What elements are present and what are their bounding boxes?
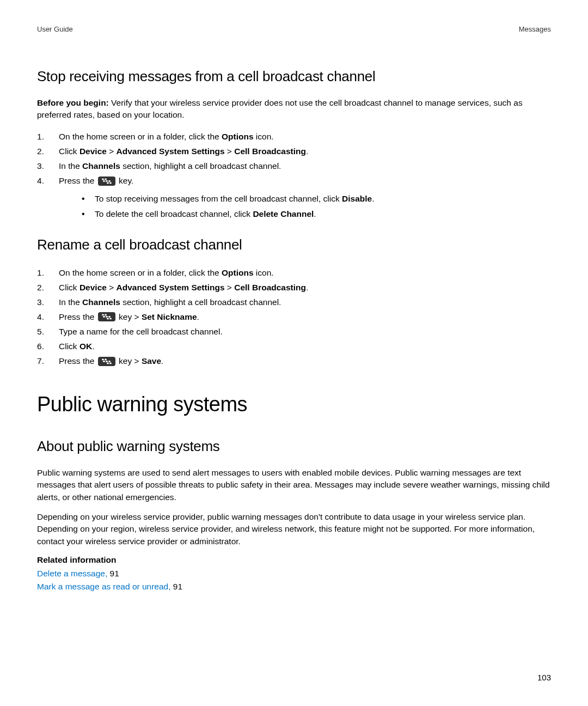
svg-point-9: [103, 317, 105, 318]
text: In the: [59, 297, 82, 307]
svg-point-1: [105, 178, 107, 180]
svg-point-19: [107, 362, 109, 364]
list-item: In the Channels section, highlight a cel…: [37, 159, 551, 173]
text-bold: Channels: [82, 297, 120, 307]
heading-rename: Rename a cell broadcast channel: [37, 236, 551, 253]
svg-point-20: [109, 362, 112, 364]
pws-para-1: Public warning systems are used to send …: [37, 467, 551, 503]
svg-point-13: [109, 318, 112, 320]
section-stop-receiving: Stop receiving messages from a cell broa…: [37, 68, 551, 221]
svg-point-5: [107, 182, 109, 184]
text-bold: Cell Broadcasting: [234, 147, 306, 156]
text: key >: [117, 356, 142, 366]
text: .: [306, 147, 308, 156]
svg-point-12: [107, 318, 109, 320]
document-page: User Guide Messages Stop receiving messa…: [0, 0, 588, 630]
text: key >: [117, 312, 142, 321]
link-page-ref: 91: [110, 569, 119, 578]
list-item: Press the key. To stop receiving message…: [37, 173, 551, 221]
steps-rename: On the home screen or in a folder, click…: [37, 265, 551, 369]
list-item: Press the key > Save.: [37, 354, 551, 368]
text: >: [107, 147, 117, 156]
heading-about-pws: About public warning systems: [37, 438, 551, 455]
text: In the: [59, 161, 82, 171]
text: .: [161, 356, 163, 366]
list-item: In the Channels section, highlight a cel…: [37, 295, 551, 309]
text: .: [314, 209, 316, 218]
text: To delete the cell broadcast channel, cl…: [95, 209, 253, 218]
sub-bullets: To stop receiving messages from the cell…: [59, 191, 551, 221]
text: Click: [59, 283, 79, 292]
text: Press the: [59, 356, 97, 366]
related-link-row: Delete a message, 91: [37, 567, 551, 580]
list-item: On the home screen or in a folder, click…: [37, 129, 551, 144]
svg-point-18: [108, 361, 111, 362]
svg-point-11: [108, 317, 111, 318]
text-bold: OK: [79, 342, 92, 351]
text: icon.: [254, 132, 274, 141]
text-bold: Save: [142, 356, 161, 366]
list-item: Press the key > Set Nickname.: [37, 309, 551, 324]
text: .: [92, 342, 94, 351]
header-left: User Guide: [37, 25, 73, 33]
page-header: User Guide Messages: [37, 25, 551, 33]
svg-point-2: [103, 180, 105, 182]
section-rename: Rename a cell broadcast channel On the h…: [37, 236, 551, 369]
text: section, highlight a cell broadcast chan…: [120, 297, 281, 307]
heading-public-warning: Public warning systems: [37, 393, 551, 416]
text-bold: Device: [79, 283, 107, 292]
svg-point-10: [106, 317, 108, 318]
svg-point-15: [105, 358, 107, 360]
text: To stop receiving messages from the cell…: [95, 194, 342, 203]
list-item: Click Device > Advanced System Settings …: [37, 144, 551, 159]
text: On the home screen or in a folder, click…: [59, 268, 222, 277]
link-page-ref: 91: [173, 582, 182, 591]
page-number: 103: [537, 673, 551, 682]
text-bold: Delete Channel: [253, 209, 314, 218]
svg-point-17: [106, 361, 108, 362]
text-bold: Options: [222, 268, 254, 277]
pws-para-2: Depending on your wireless service provi…: [37, 511, 551, 547]
svg-point-16: [103, 361, 105, 362]
svg-point-7: [102, 314, 104, 316]
list-item: Type a name for the cell broadcast chann…: [37, 324, 551, 339]
text-bold: Disable: [342, 194, 372, 203]
text: Type a name for the cell broadcast chann…: [59, 327, 223, 336]
text: >: [225, 147, 235, 156]
text: On the home screen or in a folder, click…: [59, 132, 222, 141]
text: .: [306, 283, 308, 292]
svg-point-0: [102, 178, 104, 180]
text: Press the: [59, 176, 97, 185]
text: >: [225, 283, 235, 292]
text: Click: [59, 342, 79, 351]
text: .: [197, 312, 199, 321]
text-bold: Set Nickname: [142, 312, 197, 321]
steps-stop-receiving: On the home screen or in a folder, click…: [37, 129, 551, 221]
blackberry-key-icon: [98, 312, 115, 321]
list-item: On the home screen or in a folder, click…: [37, 265, 551, 280]
related-info: Related information Delete a message, 91…: [37, 555, 551, 593]
link-delete-message[interactable]: Delete a message,: [37, 569, 110, 578]
list-item: To stop receiving messages from the cell…: [59, 191, 551, 206]
before-you-begin-para: Before you begin: Verify that your wirel…: [37, 97, 551, 121]
text: Press the: [59, 312, 97, 321]
related-link-row: Mark a message as read or unread, 91: [37, 580, 551, 593]
text: key.: [117, 176, 134, 185]
svg-point-14: [102, 358, 104, 360]
text: .: [372, 194, 374, 203]
list-item: Click OK.: [37, 339, 551, 354]
before-label: Before you begin:: [37, 98, 111, 107]
header-right: Messages: [519, 25, 551, 33]
list-item: To delete the cell broadcast channel, cl…: [59, 206, 551, 221]
link-mark-read-unread[interactable]: Mark a message as read or unread,: [37, 582, 173, 591]
svg-point-4: [108, 180, 111, 182]
blackberry-key-icon: [98, 176, 115, 186]
text: icon.: [254, 268, 274, 277]
svg-point-3: [106, 180, 108, 182]
heading-stop-receiving: Stop receiving messages from a cell broa…: [37, 68, 551, 85]
text-bold: Advanced System Settings: [117, 147, 225, 156]
svg-point-8: [105, 314, 107, 316]
list-item: Click Device > Advanced System Settings …: [37, 280, 551, 295]
text-bold: Channels: [82, 161, 120, 171]
text-bold: Cell Broadcasting: [234, 283, 306, 292]
